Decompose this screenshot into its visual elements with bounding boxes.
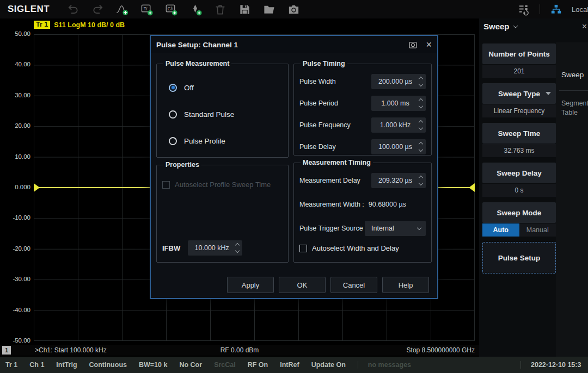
trace-info[interactable]: Tr 1 S11 LogM 10 dB/ 0 dB [34, 21, 125, 29]
measurement-timing-group: Measurement Timing Measurement Delay 209… [293, 159, 432, 263]
screenshot-button[interactable] [286, 2, 301, 16]
y-tick: -20.00 [0, 245, 30, 252]
pulse-width-input[interactable]: 200.000 µs [371, 74, 426, 89]
status-sweep-mode: Continuous [89, 361, 127, 369]
button-label: Sweep Mode [497, 209, 542, 217]
add-trace-button[interactable]: Tr [139, 2, 154, 16]
y-tick: 30.00 [0, 92, 30, 98]
save-icon [238, 3, 251, 16]
pulse-delay-input[interactable]: 100.000 µs [371, 139, 426, 154]
sweep-type-value[interactable]: Linear Frequency [482, 104, 556, 117]
redo-button[interactable] [90, 2, 105, 16]
add-measurement-icon [116, 3, 128, 16]
group-legend: Properties [163, 161, 201, 169]
recall-button[interactable] [262, 2, 276, 16]
apply-button[interactable]: Apply [227, 277, 274, 293]
checkbox-icon [162, 181, 170, 189]
sweep-mode-button[interactable]: Sweep Mode [482, 202, 556, 223]
trace-end-marker [469, 183, 475, 192]
sweep-mode-manual-option[interactable]: Manual [519, 223, 556, 237]
status-bar: Tr 1 Ch 1 IntTrig Continuous BW=10 k No … [0, 357, 588, 373]
tab-segment-table[interactable]: Segment Table [561, 99, 588, 117]
pulse-trigger-source-label: Pulse Trigger Source [299, 225, 365, 232]
undo-button[interactable] [66, 2, 80, 16]
number-of-points-value[interactable]: 201 [482, 65, 556, 78]
preset-button[interactable] [517, 2, 531, 16]
local-mode-label: Local [572, 5, 588, 14]
spinner-buttons[interactable] [418, 96, 424, 111]
sweep-delay-value[interactable]: 0 s [482, 184, 556, 197]
radio-standard-pulse[interactable]: Standard Pulse [169, 108, 283, 121]
pulse-frequency-label: Pulse Frequency [299, 121, 371, 129]
add-channel-button[interactable]: Ch [164, 2, 178, 16]
y-tick: -10.00 [0, 214, 30, 221]
measurement-width-label: Measurement Width : [299, 201, 364, 208]
cancel-button[interactable]: Cancel [330, 277, 377, 293]
spinner-buttons[interactable] [234, 240, 241, 256]
sweep-delay-button[interactable]: Sweep Delay [482, 163, 556, 183]
sweep-time-button[interactable]: Sweep Time [482, 123, 556, 144]
pulse-period-input[interactable]: 1.000 ms [371, 96, 426, 111]
stop-frequency-label[interactable]: Stop 8.500000000 GHz [407, 346, 475, 354]
sweep-mode-auto-option[interactable]: Auto [482, 223, 519, 237]
spinner-buttons[interactable] [418, 173, 424, 188]
status-message: no messages [368, 361, 411, 369]
siglent-logo: SIGLENT [8, 4, 50, 15]
button-label: Sweep Delay [497, 169, 542, 177]
pulse-width-label: Pulse Width [299, 78, 371, 85]
radio-pulse-profile[interactable]: Pulse Profile [169, 134, 283, 147]
status-bandwidth: BW=10 k [139, 361, 167, 369]
add-marker-button[interactable] [188, 2, 203, 16]
sweep-type-button[interactable]: Sweep Type [482, 83, 556, 104]
pulse-frequency-input[interactable]: 1.000 kHz [371, 117, 426, 133]
properties-group: Properties Autoselect Profile Sweep Time… [156, 161, 289, 263]
pulse-period-label: Pulse Period [299, 100, 371, 107]
sweep-mode-toggle: Auto Manual [482, 223, 556, 237]
dropdown-arrow-icon [546, 92, 551, 95]
pulse-trigger-source-select[interactable]: Internal [365, 221, 426, 236]
status-datetime: 2022-12-10 15:3 [531, 361, 588, 369]
autoselect-profile-sweep-time-checkbox: Autoselect Profile Sweep Time [162, 181, 283, 189]
status-rf: RF On [248, 361, 268, 369]
add-channel-icon: Ch [165, 3, 177, 16]
measurement-delay-input[interactable]: 209.320 µs [371, 173, 426, 188]
trace-badge[interactable]: Tr 1 [34, 21, 50, 29]
ok-button[interactable]: OK [279, 277, 326, 293]
pulse-measurement-group: Pulse Measurement Off Standard Pulse Pul… [156, 60, 289, 158]
ifbw-label: IFBW [162, 244, 180, 252]
measurement-delay-label: Measurement Delay [299, 177, 371, 184]
preset-list-icon [518, 3, 530, 16]
status-reference: IntRef [280, 361, 299, 369]
help-button[interactable]: Help [382, 277, 429, 293]
tab-sweep[interactable]: Sweep [561, 71, 584, 79]
pulse-setup-button[interactable]: Pulse Setup [482, 242, 556, 273]
toolbar-separator [540, 4, 540, 14]
status-update: Update On [311, 361, 346, 369]
sidebar-menu-selector[interactable]: Sweep [483, 22, 517, 31]
autoselect-width-delay-checkbox[interactable]: Autoselect Width and Delay [299, 244, 426, 252]
ifbw-input[interactable]: 10.000 kHz [188, 240, 242, 256]
group-legend: Pulse Timing [301, 60, 347, 67]
number-of-points-button[interactable]: Number of Points [482, 43, 556, 64]
dialog-screenshot-icon[interactable] [408, 40, 418, 49]
delete-button[interactable] [213, 2, 227, 16]
sweep-time-value[interactable]: 32.763 ms [482, 144, 556, 157]
spinner-buttons[interactable] [418, 117, 424, 133]
spinner-buttons[interactable] [418, 139, 424, 154]
radio-off[interactable]: Off [169, 81, 283, 94]
dialog-title: Pulse Setup: Channel 1 [156, 41, 408, 49]
network-status-button[interactable] [549, 2, 563, 16]
checkbox-label: Autoselect Profile Sweep Time [175, 181, 271, 189]
dialog-close-icon[interactable]: × [426, 40, 432, 49]
pulse-setup-dialog: Pulse Setup: Channel 1 × Pulse Measureme… [150, 35, 438, 299]
add-measurement-button[interactable] [115, 2, 129, 16]
add-trace-icon: Tr [140, 3, 153, 16]
spinner-buttons[interactable] [418, 74, 424, 89]
status-trace: Tr 1 [5, 361, 17, 369]
save-button[interactable] [237, 2, 252, 16]
sidebar-close-icon[interactable]: × [582, 22, 587, 32]
dialog-footer: Apply OK Cancel Help [151, 272, 437, 298]
svg-text:Tr: Tr [143, 6, 148, 11]
button-label: Number of Points [488, 50, 550, 58]
radio-icon [169, 137, 177, 145]
